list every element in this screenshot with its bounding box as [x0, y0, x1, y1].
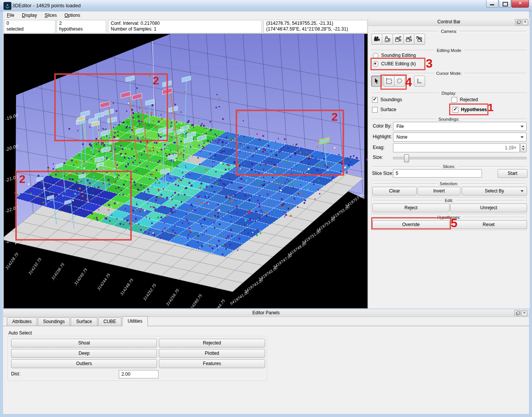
- reject-button[interactable]: Reject: [372, 204, 450, 212]
- float-panel-icon[interactable]: [515, 19, 521, 25]
- close-button[interactable]: ✕: [511, 0, 529, 8]
- hypotheses-group: Hypotheses: Override Reset: [371, 214, 527, 231]
- tab-surface[interactable]: Surface: [71, 317, 97, 326]
- shoal-button[interactable]: Shoal: [11, 339, 157, 348]
- dist-label: Dist:: [11, 371, 20, 377]
- size-slider-thumb[interactable]: [404, 154, 409, 162]
- tab-attributes[interactable]: Attributes: [7, 317, 37, 326]
- camera-end-button[interactable]: E: [403, 34, 414, 45]
- select-by-button[interactable]: Select By: [462, 187, 527, 196]
- checkbox-checked: [372, 97, 378, 103]
- conf-interval: Conf. Interval: 0.217080: [111, 21, 259, 26]
- start-button[interactable]: Start: [498, 169, 527, 178]
- rejected-label: Rejected: [460, 97, 478, 102]
- 3d-viewport[interactable]: -19.00-20.00-21.00-22.00-23.00314228.753…: [3, 34, 368, 309]
- color-by-dropdown[interactable]: File: [393, 122, 527, 131]
- rectangle-select-icon: [385, 78, 393, 85]
- tab-soundings[interactable]: Soundings: [38, 317, 70, 326]
- menu-options[interactable]: Options: [61, 12, 84, 19]
- lasso-select-button[interactable]: [394, 76, 405, 87]
- selected-label: selected: [6, 26, 53, 32]
- app-window: 3DEditor - 14629 points loaded ✕ File Di…: [0, 0, 532, 417]
- override-button[interactable]: Override: [372, 220, 450, 229]
- editor-panels-title: Editor Panels: [252, 310, 280, 315]
- color-by-value: File: [396, 124, 404, 129]
- 3d-scene: -19.00-20.00-21.00-22.00-23.00314228.753…: [4, 34, 367, 308]
- rejected-checkbox[interactable]: Rejected: [451, 96, 478, 103]
- tab-utilities[interactable]: Utilities: [122, 316, 148, 326]
- svg-text:H: H: [399, 36, 401, 38]
- exag-field[interactable]: 1.19×: [393, 143, 520, 152]
- hypotheses-checkbox[interactable]: Hypotheses: [453, 106, 487, 113]
- app-icon: [3, 2, 11, 10]
- soundings-separator: Soundings:: [371, 117, 527, 121]
- selected-count: 0: [6, 21, 53, 26]
- editor-tabs: Attributes Soundings Surface CUBE Utilit…: [3, 317, 529, 326]
- hypotheses-label: Hypotheses: [461, 107, 487, 112]
- slice-size-label: Slice Size:: [372, 170, 393, 176]
- dist-input[interactable]: 2.00: [119, 370, 158, 378]
- deep-button[interactable]: Deep: [11, 349, 157, 358]
- cursor-xyz: (314276.75, 5419755.25, -21.31): [266, 21, 365, 26]
- tab-cube[interactable]: CUBE: [98, 317, 121, 326]
- camera-solid-button[interactable]: [371, 34, 382, 45]
- camera-home-button[interactable]: H: [393, 34, 404, 45]
- auto-select-group: Shoal Rejected Deep Plotted Outliers Fea…: [8, 336, 267, 381]
- control-bar-header: Control Bar ✕: [368, 18, 530, 26]
- float-panel-icon[interactable]: [514, 310, 521, 316]
- outliers-button[interactable]: Outliers: [11, 359, 157, 368]
- num-samples: Number of Samples: 1: [111, 26, 259, 32]
- profile-corner-icon: [416, 78, 423, 85]
- display-separator: Display:: [371, 91, 527, 95]
- chevron-down-icon: [521, 190, 524, 192]
- control-bar-title: Control Bar: [437, 19, 461, 24]
- slice-size-input[interactable]: 5: [393, 169, 482, 178]
- cursor-geo: (174°46'47.59"E, 41°21'08.28"S, -21.31): [266, 26, 365, 32]
- plotted-button[interactable]: Plotted: [159, 349, 265, 358]
- close-panel-icon[interactable]: ✕: [521, 310, 527, 316]
- menu-display[interactable]: Display: [18, 12, 40, 19]
- size-label: Size:: [373, 154, 383, 160]
- sounding-editing-radio[interactable]: Sounding Editing: [373, 52, 416, 59]
- surface-label: Surface: [380, 107, 396, 112]
- clear-button[interactable]: Clear: [372, 187, 417, 196]
- highlight-value: None: [396, 134, 407, 140]
- checkbox-unchecked: [372, 107, 378, 113]
- checkbox-unchecked: [451, 97, 457, 103]
- camera-separator: Camera:: [371, 29, 527, 34]
- lasso-select-icon: [396, 78, 403, 85]
- title-bar: 3DEditor - 14629 points loaded ✕: [0, 0, 532, 12]
- unreject-button[interactable]: Unreject: [450, 204, 527, 212]
- hypotheses-count-box: 2 hypotheses: [57, 20, 106, 33]
- checkbox-checked: [453, 107, 458, 113]
- editor-panels: Editor Panels ✕ Attributes Soundings Sur…: [3, 309, 529, 414]
- selected-count-box: 0 selected: [4, 20, 55, 33]
- highlight-dropdown[interactable]: None: [393, 133, 527, 142]
- exag-value: 1.19×: [505, 145, 516, 150]
- close-panel-icon[interactable]: ✕: [522, 19, 528, 25]
- profile-corner-button[interactable]: [414, 76, 425, 87]
- size-slider[interactable]: [393, 157, 527, 159]
- rectangle-select-button[interactable]: [383, 76, 395, 87]
- cursor-position-box: (314276.75, 5419755.25, -21.31) (174°46'…: [264, 20, 367, 33]
- menu-file[interactable]: File: [3, 12, 18, 19]
- maximize-button[interactable]: [499, 0, 511, 8]
- surface-checkbox[interactable]: Surface: [372, 106, 396, 113]
- cube-editing-radio[interactable]: CUBE Editing (k): [373, 60, 416, 67]
- exag-spinner[interactable]: [520, 143, 527, 152]
- sounding-editing-label: Sounding Editing: [381, 53, 416, 58]
- rejected-button[interactable]: Rejected: [159, 339, 265, 348]
- invert-button[interactable]: Invert: [417, 187, 461, 196]
- menu-slices[interactable]: Slices: [41, 12, 61, 19]
- reset-button[interactable]: Reset: [450, 220, 527, 229]
- features-button[interactable]: Features: [159, 359, 265, 368]
- auto-select-label: Auto Select: [8, 330, 32, 336]
- camera-track-button[interactable]: [382, 34, 393, 45]
- edit-separator: Edit:: [373, 198, 525, 203]
- minimize-button[interactable]: [486, 0, 498, 8]
- control-bar: Control Bar ✕ Camera: H E Editing Mode S…: [368, 18, 530, 309]
- cube-editing-label: CUBE Editing (k): [381, 61, 416, 66]
- camera-reset-button[interactable]: [414, 34, 425, 45]
- pointer-tool-button[interactable]: [371, 76, 382, 87]
- soundings-checkbox[interactable]: Soundings: [372, 96, 402, 103]
